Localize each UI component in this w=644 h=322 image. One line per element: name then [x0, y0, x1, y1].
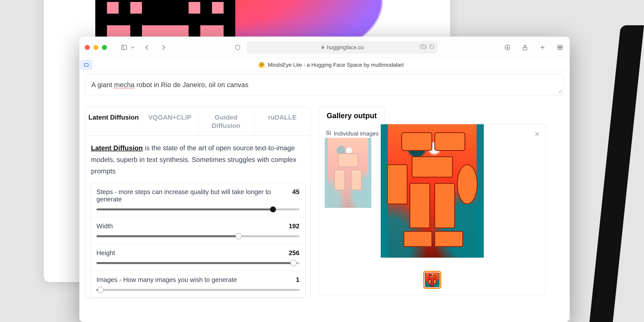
titlebar: huggingface.co A文	[79, 36, 570, 58]
back-button[interactable]	[143, 43, 151, 52]
svg-rect-9	[200, 25, 224, 37]
tab-rudalle[interactable]: ruDALLE	[254, 107, 310, 136]
gallery-image-faded[interactable]	[325, 138, 372, 208]
extension-icon[interactable]	[80, 60, 92, 70]
browser-window: huggingface.co A文	[79, 36, 570, 322]
background-dark-edge	[590, 25, 644, 322]
downloads-button[interactable]	[503, 43, 512, 52]
svg-text:A: A	[421, 45, 423, 48]
sidebar-menu-chevron[interactable]	[130, 43, 135, 52]
gallery-thumbnails	[423, 271, 441, 289]
gallery-tab[interactable]: Gallery output	[318, 107, 385, 124]
slider-width: Width 192	[90, 218, 305, 244]
image-icon	[326, 130, 331, 137]
share-button[interactable]	[521, 43, 529, 52]
tab-title[interactable]: 🤗 MindsEye Lite - a Hugging Face Space b…	[92, 62, 570, 68]
svg-rect-28	[327, 131, 331, 135]
new-tab-button[interactable]	[538, 43, 547, 52]
close-window-button[interactable]	[85, 45, 90, 50]
slider-steps: Steps - more steps can increase quality …	[90, 183, 305, 218]
slider-height: Height 256	[90, 244, 305, 271]
slider-label: Steps - more steps can increase quality …	[96, 188, 284, 203]
address-bar[interactable]: huggingface.co A文	[247, 41, 438, 54]
slider-label: Images - How many images you wish to gen…	[96, 276, 237, 284]
slider-track-width[interactable]	[96, 235, 300, 237]
svg-rect-6	[212, 2, 224, 14]
slider-value: 256	[289, 249, 300, 257]
model-description-link[interactable]: Latent Diffusion	[91, 144, 143, 152]
slider-label: Width	[96, 222, 113, 230]
privacy-shield-button[interactable]	[233, 43, 242, 52]
gallery-image-main[interactable]	[381, 124, 484, 258]
slider-group: Steps - more steps can increase quality …	[90, 183, 306, 298]
tab-latent-diffusion[interactable]: Latent Diffusion	[86, 107, 142, 136]
svg-rect-27	[84, 64, 88, 66]
svg-rect-26	[560, 48, 562, 50]
svg-point-29	[328, 132, 328, 133]
svg-rect-7	[107, 25, 130, 37]
sidebar-toggle-button[interactable]	[120, 43, 128, 52]
gallery-thumbnail-selected[interactable]	[423, 271, 441, 289]
gallery-close-button[interactable]: ✕	[534, 130, 540, 138]
gallery-panel: Individual images ✕	[318, 124, 546, 295]
svg-rect-12	[122, 45, 126, 50]
svg-text:文: 文	[424, 46, 426, 48]
svg-rect-5	[188, 2, 200, 14]
slider-value: 1	[296, 276, 300, 284]
favicon-emoji: 🤗	[258, 62, 265, 68]
gallery-badge[interactable]: Individual images	[325, 129, 380, 138]
prompt-container: A giant mecha robot in Rio de Janeiro, o…	[85, 74, 564, 95]
reader-translate-icon[interactable]: A文	[420, 44, 426, 50]
model-panel: Latent Diffusion is the state of the art…	[85, 136, 311, 298]
svg-rect-8	[142, 25, 188, 37]
slider-track-images[interactable]	[96, 289, 300, 291]
tab-vqgan-clip[interactable]: VQGAN+CLIP	[142, 107, 198, 136]
prompt-input[interactable]: A giant mecha robot in Rio de Janeiro, o…	[87, 78, 562, 92]
fullscreen-window-button[interactable]	[102, 45, 107, 50]
svg-rect-4	[130, 2, 142, 14]
minimize-window-button[interactable]	[93, 45, 98, 50]
tab-guided-diffusion[interactable]: Guided Diffusion	[198, 107, 254, 136]
svg-rect-3	[107, 2, 118, 14]
spellcheck-word: mecha	[114, 81, 134, 88]
textarea-resize-handle[interactable]	[558, 90, 562, 93]
slider-value: 45	[292, 188, 300, 196]
slider-track-steps[interactable]	[96, 208, 300, 210]
lock-icon	[321, 44, 325, 50]
svg-rect-25	[558, 48, 560, 50]
window-controls	[85, 45, 107, 50]
tab-bar: 🤗 MindsEye Lite - a Hugging Face Space b…	[79, 58, 570, 72]
forward-button[interactable]	[159, 43, 168, 52]
slider-value: 192	[289, 222, 300, 230]
slider-label: Height	[96, 249, 115, 257]
model-tabs: Latent Diffusion VQGAN+CLIP Guided Diffu…	[85, 107, 311, 136]
slider-images: Images - How many images you wish to gen…	[90, 271, 305, 298]
slider-track-height[interactable]	[96, 262, 300, 264]
model-description: Latent Diffusion is the state of the art…	[90, 140, 306, 183]
reload-button[interactable]	[429, 44, 434, 50]
address-host: huggingface.co	[327, 44, 364, 50]
svg-rect-23	[558, 45, 560, 47]
svg-rect-24	[560, 45, 562, 47]
tab-overview-button[interactable]	[556, 43, 564, 52]
page-content: A giant mecha robot in Rio de Janeiro, o…	[79, 72, 570, 298]
